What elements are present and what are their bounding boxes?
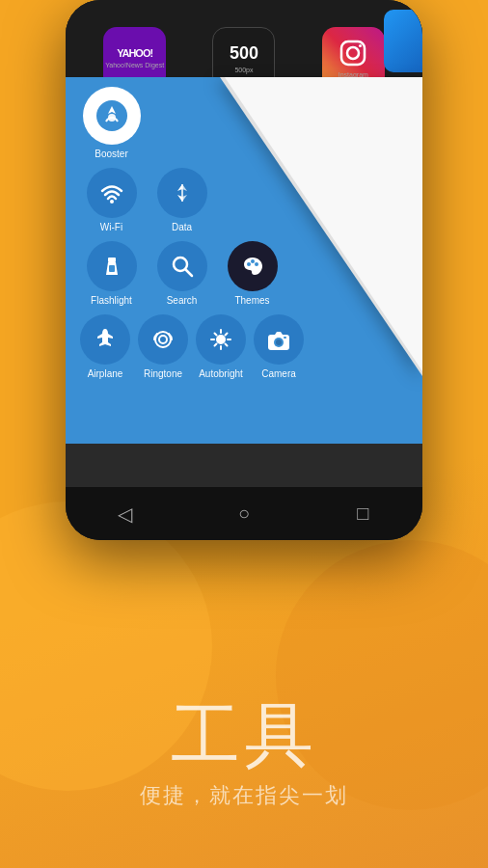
- booster-label: Booster: [95, 149, 127, 160]
- svg-point-1: [347, 47, 359, 59]
- airplane-icon-bg: [80, 314, 130, 365]
- flashlight-icon-bg: [87, 241, 137, 291]
- grid-item-booster[interactable]: Booster: [80, 87, 143, 160]
- ringtone-label: Ringtone: [144, 368, 182, 380]
- svg-rect-8: [109, 265, 115, 272]
- grid-item-wifi[interactable]: Wi-Fi: [80, 168, 143, 233]
- svg-rect-7: [108, 258, 116, 262]
- bottom-text-section: 工具 便捷，就在指尖一划: [0, 697, 488, 810]
- nav-back-button[interactable]: ◁: [106, 495, 145, 533]
- wifi-label: Wi-Fi: [100, 222, 122, 233]
- svg-line-24: [215, 344, 217, 346]
- nav-recent-button[interactable]: □: [343, 495, 382, 533]
- grid-item-airplane[interactable]: Airplane: [80, 314, 130, 380]
- booster-icon-bg: [83, 87, 141, 145]
- svg-point-5: [110, 200, 114, 203]
- wifi-icon-bg: [87, 168, 137, 218]
- nav-bar: ◁ ○ □: [66, 487, 422, 540]
- ringtone-icon-bg: [138, 314, 188, 365]
- nav-home-button[interactable]: ○: [225, 495, 263, 533]
- data-label: Data: [172, 222, 192, 233]
- grid-item-search[interactable]: Search: [150, 241, 213, 307]
- phone-screen: YAHOO! Yahoo!News Digest 500 500px Insta…: [66, 0, 422, 540]
- sub-title: 便捷，就在指尖一划: [0, 781, 488, 810]
- search-label: Search: [167, 295, 198, 307]
- grid-item-flashlight[interactable]: Flashlight: [80, 241, 143, 307]
- search-icon-bg: [157, 241, 207, 291]
- phone-frame: YAHOO! Yahoo!News Digest 500 500px Insta…: [66, 0, 422, 540]
- svg-point-15: [159, 336, 167, 343]
- grid-item-data[interactable]: Data: [150, 168, 213, 233]
- data-icon-bg: [157, 168, 207, 218]
- airplane-label: Airplane: [88, 368, 123, 380]
- grid-item-ringtone[interactable]: Ringtone: [138, 314, 188, 380]
- main-title: 工具: [0, 697, 488, 773]
- page-curl-container: Toolbox: [66, 77, 422, 482]
- svg-line-10: [185, 270, 192, 277]
- flashlight-label: Flashlight: [91, 295, 132, 307]
- partial-app-right-1: [384, 10, 422, 72]
- svg-line-21: [215, 334, 217, 336]
- svg-point-2: [359, 44, 362, 47]
- page-curl-inner: [225, 77, 422, 371]
